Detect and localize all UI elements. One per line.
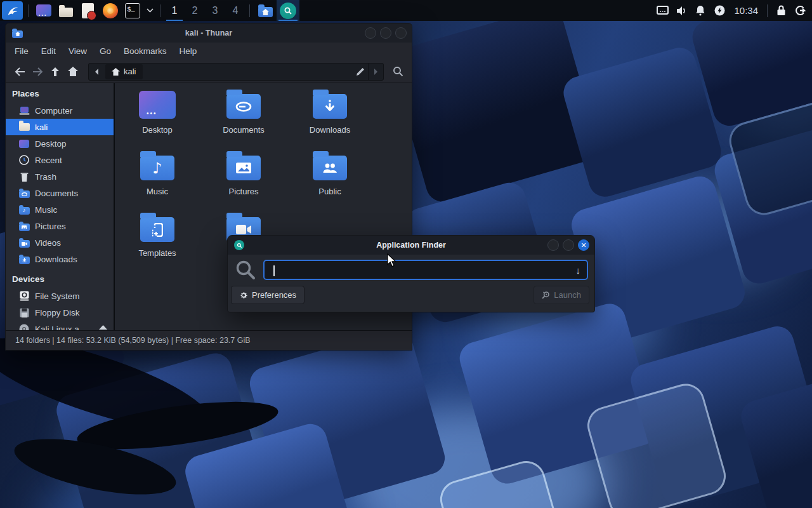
sidebar-item-documents[interactable]: Documents <box>6 185 114 201</box>
sidebar-item-videos[interactable]: Videos <box>6 234 114 251</box>
file-label: Public <box>318 187 341 196</box>
launch-button[interactable]: Launch <box>534 286 589 304</box>
preferences-button[interactable]: Preferences <box>231 286 304 304</box>
file-manager-launcher[interactable] <box>56 1 75 20</box>
sidebar-item-label: Pictures <box>35 222 66 231</box>
thunar-titlebar[interactable]: kali - Thunar <box>6 23 412 43</box>
power-manager-tray-icon[interactable] <box>710 0 729 21</box>
launch-label: Launch <box>554 290 581 300</box>
sidebar-item-downloads[interactable]: Downloads <box>6 251 114 267</box>
sidebar-item-kali[interactable]: kali <box>6 119 114 135</box>
menu-edit[interactable]: Edit <box>35 43 62 60</box>
sidebar-item-trash[interactable]: Trash <box>6 168 114 185</box>
workspace-4[interactable]: 4 <box>225 0 246 21</box>
menu-view[interactable]: View <box>62 43 93 60</box>
sidebar-item-desktop[interactable]: Desktop <box>6 135 114 152</box>
downloads-folder-icon <box>313 94 347 119</box>
file-desktop[interactable]: Desktop <box>120 88 195 145</box>
firefox-launcher[interactable] <box>100 1 120 20</box>
appfinder-titlebar[interactable]: Application Finder ✕ <box>228 236 594 255</box>
pictures-folder-icon <box>19 224 30 231</box>
sidebar-item-label: Kali Linux a… <box>35 324 88 331</box>
devices-header: Devices <box>6 271 114 288</box>
log-out-button[interactable] <box>790 0 809 21</box>
taskbar-application-finder-window[interactable] <box>277 0 299 21</box>
sidebar-item-label: Documents <box>35 189 78 198</box>
file-templates[interactable]: Templates <box>120 211 195 269</box>
documents-folder-icon <box>19 190 30 198</box>
minimize-button[interactable] <box>547 239 559 251</box>
terminal-launcher[interactable]: $_ <box>122 1 142 20</box>
sidebar-item-label: kali <box>35 123 48 132</box>
notifications-tray-icon[interactable] <box>691 0 710 21</box>
thunar-sidebar: Places Computer kali <box>6 83 114 330</box>
maximize-button[interactable] <box>563 239 574 251</box>
file-downloads[interactable]: Downloads <box>292 88 367 145</box>
file-public[interactable]: Public <box>292 150 367 207</box>
display-tray-icon[interactable] <box>653 0 672 21</box>
file-music[interactable]: ♪ Music <box>120 150 195 207</box>
taskbar-thunar-window[interactable] <box>254 0 277 21</box>
sidebar-item-pictures[interactable]: Pictures <box>6 218 114 234</box>
sidebar-item-label: File System <box>35 291 80 301</box>
sidebar-item-floppy-disk[interactable]: Floppy Disk <box>6 304 114 321</box>
sidebar-item-file-system[interactable]: File System <box>6 288 114 304</box>
file-label: Desktop <box>142 125 173 135</box>
volume-tray-icon[interactable] <box>672 0 691 21</box>
lock-screen-button[interactable] <box>771 0 790 21</box>
log-out-icon <box>795 5 806 16</box>
application-finder-icon <box>234 240 244 250</box>
minimize-button[interactable] <box>365 27 376 39</box>
workspace-3[interactable]: 3 <box>205 0 225 21</box>
top-panel: $_ 1 2 3 4 <box>0 0 812 21</box>
sidebar-item-label: Recent <box>35 156 62 165</box>
eject-button[interactable] <box>99 324 107 331</box>
workspace-1[interactable]: 1 <box>164 0 185 21</box>
file-pictures[interactable]: Pictures <box>206 150 281 207</box>
sidebar-item-recent[interactable]: Recent <box>6 152 114 168</box>
terminal-dropdown-button[interactable] <box>145 1 155 20</box>
downloads-folder-icon <box>19 257 30 264</box>
desktop-icon <box>18 138 30 149</box>
sidebar-item-kali-linux-cd[interactable]: Kali Linux a… <box>6 321 114 330</box>
firefox-icon <box>103 3 118 18</box>
folder-icon <box>59 8 73 17</box>
menu-file[interactable]: File <box>8 43 35 60</box>
forward-button[interactable] <box>29 64 46 80</box>
menu-help[interactable]: Help <box>173 43 204 60</box>
close-button[interactable] <box>395 27 407 39</box>
show-desktop-launcher[interactable] <box>34 1 53 20</box>
application-finder-icon <box>280 3 296 19</box>
panel-clock[interactable]: 10:34 <box>729 5 763 16</box>
menu-bookmarks[interactable]: Bookmarks <box>117 43 173 60</box>
text-editor-launcher[interactable] <box>78 1 98 20</box>
thunar-statusbar: 14 folders | 14 files: 53.2 KiB (54,509 … <box>6 330 412 350</box>
eject-icon <box>99 325 107 331</box>
pencil-icon <box>356 67 365 76</box>
path-scroll-left-button[interactable] <box>89 64 104 80</box>
path-edit-button[interactable] <box>353 64 368 80</box>
sidebar-item-music[interactable]: ♪ Music <box>6 201 114 218</box>
close-button[interactable]: ✕ <box>578 239 589 251</box>
home-button[interactable] <box>64 64 82 80</box>
file-documents[interactable]: Documents <box>206 88 281 145</box>
back-button[interactable] <box>11 64 29 80</box>
search-button[interactable] <box>389 64 407 80</box>
appfinder-search-input[interactable]: ↓ <box>263 260 588 280</box>
statusbar-text: 14 folders | 14 files: 53.2 KiB (54,509 … <box>15 336 251 345</box>
file-system-icon <box>18 290 30 302</box>
workspace-2[interactable]: 2 <box>185 0 205 21</box>
sidebar-item-computer[interactable]: Computer <box>6 102 114 119</box>
menu-go[interactable]: Go <box>93 43 117 60</box>
back-icon <box>15 67 25 76</box>
maximize-button[interactable] <box>380 27 391 39</box>
up-button[interactable] <box>46 64 64 80</box>
path-kali-button[interactable]: kali <box>105 64 143 79</box>
kali-menu-button[interactable] <box>2 1 23 20</box>
home-icon <box>68 67 78 76</box>
panel-separator <box>160 4 160 17</box>
dropdown-arrow-icon[interactable]: ↓ <box>576 265 587 276</box>
home-icon <box>262 9 269 15</box>
path-scroll-right-button[interactable] <box>368 64 383 80</box>
home-folder-icon <box>18 121 30 133</box>
